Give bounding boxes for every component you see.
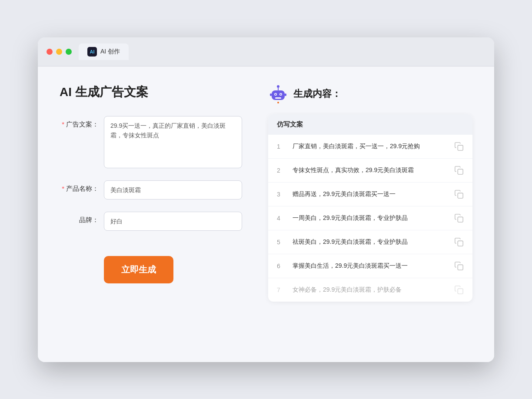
- svg-rect-9: [285, 93, 286, 96]
- result-header: 生成内容：: [268, 84, 472, 104]
- right-panel: 生成内容： 仿写文案 1 厂家直销，美白淡斑霜，买一送一，29.9元抢购 2 专…: [268, 84, 472, 345]
- row-num-2: 2: [277, 167, 286, 174]
- svg-point-5: [275, 93, 276, 95]
- result-title: 生成内容：: [293, 87, 341, 100]
- svg-point-0: [277, 85, 279, 88]
- bot-icon: [268, 84, 288, 104]
- copy-icon-3[interactable]: [454, 190, 464, 199]
- close-button[interactable]: [47, 49, 53, 55]
- product-name-label: *产品名称：: [60, 180, 99, 193]
- brand-label: 品牌：: [60, 212, 99, 224]
- row-text-7: 女神必备，29.9元美白淡斑霜，护肤必备: [293, 285, 447, 294]
- brand-input[interactable]: [104, 212, 242, 231]
- svg-rect-12: [458, 169, 463, 174]
- browser-window: AI AI 创作 AI 生成广告文案 *广告文案： 29.9买一送一，真正的厂家…: [38, 37, 494, 362]
- result-row-4: 4 一周美白，29.9元美白淡斑霜，专业护肤品: [268, 206, 472, 230]
- brand-group: 品牌：: [60, 212, 242, 231]
- tab-icon: AI: [87, 47, 97, 57]
- row-num-3: 3: [277, 191, 286, 198]
- row-num-4: 4: [277, 215, 286, 222]
- svg-rect-1: [278, 88, 279, 90]
- svg-rect-7: [275, 97, 281, 99]
- svg-rect-14: [458, 217, 463, 222]
- result-row-7: 7 女神必备，29.9元美白淡斑霜，护肤必备: [268, 278, 472, 302]
- row-text-4: 一周美白，29.9元美白淡斑霜，专业护肤品: [293, 213, 447, 223]
- row-text-1: 厂家直销，美白淡斑霜，买一送一，29.9元抢购: [293, 142, 447, 151]
- product-name-input[interactable]: [104, 180, 242, 200]
- result-table: 仿写文案 1 厂家直销，美白淡斑霜，买一送一，29.9元抢购 2 专抹女性斑点，…: [268, 114, 472, 302]
- ad-copy-input[interactable]: 29.9买一送一，真正的厂家直销，美白淡斑霜，专抹女性斑点: [104, 116, 242, 168]
- title-bar: AI AI 创作: [38, 37, 494, 66]
- svg-point-10: [277, 102, 279, 103]
- row-text-3: 赠品再送，29.9元美白淡斑霜买一送一: [293, 190, 447, 199]
- svg-rect-11: [458, 145, 463, 150]
- row-num-6: 6: [277, 263, 286, 269]
- result-table-header: 仿写文案: [268, 114, 472, 135]
- ai-tab[interactable]: AI AI 创作: [79, 43, 129, 60]
- row-num-5: 5: [277, 239, 286, 246]
- result-row-3: 3 赠品再送，29.9元美白淡斑霜买一送一: [268, 183, 472, 206]
- svg-rect-13: [458, 193, 463, 198]
- tab-label: AI 创作: [100, 48, 120, 56]
- copy-icon-1[interactable]: [454, 142, 464, 151]
- svg-rect-8: [270, 93, 272, 96]
- copy-icon-5[interactable]: [454, 237, 464, 247]
- required-mark-2: *: [62, 185, 64, 192]
- page-title: AI 生成广告文案: [60, 84, 242, 100]
- row-num-1: 1: [277, 143, 286, 150]
- row-text-2: 专抹女性斑点，真实功效，29.9元美白淡斑霜: [293, 166, 447, 175]
- row-text-5: 祛斑美白，29.9元美白淡斑霜，专业护肤品: [293, 237, 447, 246]
- content-area: AI 生成广告文案 *广告文案： 29.9买一送一，真正的厂家直销，美白淡斑霜，…: [38, 66, 494, 362]
- result-row-6: 6 掌握美白生活，29.9元美白淡斑霜买一送一: [268, 254, 472, 278]
- required-mark: *: [62, 120, 64, 128]
- copy-icon-2[interactable]: [454, 166, 464, 175]
- copy-icon-4[interactable]: [454, 213, 464, 223]
- svg-rect-16: [458, 265, 463, 270]
- result-row-5: 5 祛斑美白，29.9元美白淡斑霜，专业护肤品: [268, 230, 472, 254]
- svg-rect-15: [458, 241, 463, 246]
- maximize-button[interactable]: [66, 49, 72, 55]
- ad-copy-group: *广告文案： 29.9买一送一，真正的厂家直销，美白淡斑霜，专抹女性斑点: [60, 116, 242, 168]
- ad-copy-label: *广告文案：: [60, 116, 99, 129]
- svg-rect-17: [458, 289, 463, 294]
- copy-icon-6[interactable]: [454, 261, 464, 271]
- copy-icon-7[interactable]: [454, 285, 464, 295]
- row-text-6: 掌握美白生活，29.9元美白淡斑霜买一送一: [293, 261, 447, 270]
- result-row-2: 2 专抹女性斑点，真实功效，29.9元美白淡斑霜: [268, 159, 472, 183]
- minimize-button[interactable]: [56, 49, 62, 55]
- left-panel: AI 生成广告文案 *广告文案： 29.9买一送一，真正的厂家直销，美白淡斑霜，…: [60, 84, 242, 345]
- traffic-lights: [47, 49, 72, 55]
- row-num-7: 7: [277, 286, 286, 293]
- result-row-1: 1 厂家直销，美白淡斑霜，买一送一，29.9元抢购: [268, 135, 472, 159]
- generate-button[interactable]: 立即生成: [104, 256, 173, 283]
- svg-point-6: [280, 93, 282, 95]
- product-name-group: *产品名称：: [60, 180, 242, 200]
